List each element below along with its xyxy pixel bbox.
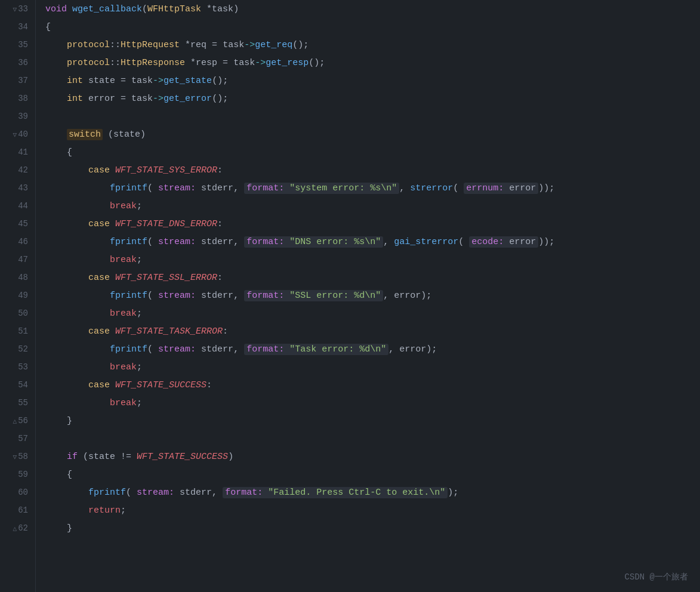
line-num-39: 39 — [0, 107, 28, 125]
code-line-59: { — [45, 465, 700, 483]
line-num-51: 51 — [0, 322, 28, 340]
line-num-38: 38 — [0, 90, 28, 107]
code-line-55: break; — [45, 394, 700, 412]
code-line-41: { — [45, 143, 700, 161]
code-line-37: int state = task->get_state(); — [45, 72, 700, 90]
code-line-60: fprintf( stream: stderr, format: "Failed… — [45, 483, 700, 501]
code-line-38: int error = task->get_error(); — [45, 90, 700, 107]
line-num-37: 37 — [0, 72, 28, 90]
code-line-54: case WFT_STATE_SUCCESS: — [45, 376, 700, 394]
code-line-51: case WFT_STATE_TASK_ERROR: — [45, 322, 700, 340]
line-num-56: △ 56 — [0, 412, 28, 430]
code-line-33: void wget_callback(WFHttpTask *task) — [45, 0, 700, 18]
line-num-61: 61 — [0, 501, 28, 519]
line-num-41: 41 — [0, 143, 28, 161]
line-num-53: 53 — [0, 358, 28, 376]
code-line-62: } — [45, 519, 700, 537]
code-line-42: case WFT_STATE_SYS_ERROR: — [45, 161, 700, 179]
line-num-46: 46 — [0, 233, 28, 251]
code-line-43: fprintf( stream: stderr, format: "system… — [45, 179, 700, 197]
line-num-44: 44 — [0, 197, 28, 215]
line-num-43: 43 — [0, 179, 28, 197]
code-line-56: } — [45, 412, 700, 430]
code-line-48: case WFT_STATE_SSL_ERROR: — [45, 269, 700, 286]
code-line-49: fprintf( stream: stderr, format: "SSL er… — [45, 286, 700, 304]
line-num-52: 52 — [0, 340, 28, 358]
line-num-36: 36 — [0, 54, 28, 72]
code-line-57 — [45, 430, 700, 448]
line-num-59: 59 — [0, 465, 28, 483]
line-num-62: △ 62 — [0, 519, 28, 537]
line-num-33: ▽ 33 — [0, 0, 28, 18]
watermark: CSDN @一个旅者 — [625, 572, 688, 582]
fold-icon-62[interactable]: △ — [13, 525, 17, 532]
code-line-40: switch (state) — [45, 125, 700, 143]
code-line-50: break; — [45, 304, 700, 322]
line-num-45: 45 — [0, 215, 28, 233]
code-line-34: { — [45, 18, 700, 36]
line-num-35: 35 — [0, 36, 28, 54]
code-line-52: fprintf( stream: stderr, format: "Task e… — [45, 340, 700, 358]
line-num-60: 60 — [0, 483, 28, 501]
line-num-50: 50 — [0, 304, 28, 322]
code-line-45: case WFT_STATE_DNS_ERROR: — [45, 215, 700, 233]
code-editor: ▽ 33 34 35 36 37 38 39 ▽ 40 — [0, 0, 700, 592]
code-line-36: protocol::HttpResponse *resp = task->get… — [45, 54, 700, 72]
line-num-34: 34 — [0, 18, 28, 36]
code-line-53: break; — [45, 358, 700, 376]
line-num-58: ▽ 58 — [0, 448, 28, 465]
line-num-48: 48 — [0, 269, 28, 286]
line-num-47: 47 — [0, 251, 28, 269]
code-line-39 — [45, 107, 700, 125]
code-line-46: fprintf( stream: stderr, format: "DNS er… — [45, 233, 700, 251]
code-line-61: return; — [45, 501, 700, 519]
code-line-58: if (state != WFT_STATE_SUCCESS) — [45, 448, 700, 465]
line-num-57: 57 — [0, 430, 28, 448]
code-line-35: protocol::HttpRequest *req = task->get_r… — [45, 36, 700, 54]
code-line-47: break; — [45, 251, 700, 269]
code-line-44: break; — [45, 197, 700, 215]
code-content: void wget_callback(WFHttpTask *task) { p… — [36, 0, 700, 592]
line-num-49: 49 — [0, 286, 28, 304]
fold-icon-58[interactable]: ▽ — [13, 453, 17, 461]
fold-icon-56[interactable]: △ — [13, 417, 17, 425]
line-num-40: ▽ 40 — [0, 125, 28, 143]
line-num-42: 42 — [0, 161, 28, 179]
line-num-54: 54 — [0, 376, 28, 394]
line-numbers: ▽ 33 34 35 36 37 38 39 ▽ 40 — [0, 0, 36, 592]
fold-icon-33[interactable]: ▽ — [13, 5, 17, 13]
line-num-55: 55 — [0, 394, 28, 412]
fold-icon-40[interactable]: ▽ — [13, 131, 17, 138]
